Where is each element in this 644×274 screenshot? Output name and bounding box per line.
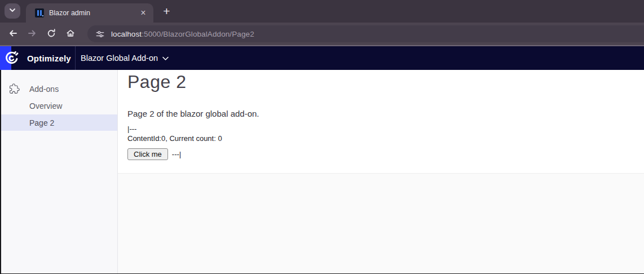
browser-window: Blazor admin × + (0, 0, 644, 274)
browser-toolbar: localhost:5000/BlazorGlobalAddon/Page2 (0, 23, 644, 46)
app-switcher-dropdown[interactable]: Blazor Global Add-on (81, 46, 169, 70)
marker-top: |--- (127, 124, 644, 134)
page-description: Page 2 of the blazor global add-on. (127, 108, 644, 120)
arrow-right-icon (27, 28, 38, 41)
sidebar-item-label: Add-ons (29, 85, 59, 94)
arrow-left-icon (7, 28, 19, 41)
brand-name: Optimizely (27, 46, 71, 70)
home-button[interactable] (61, 24, 80, 43)
sidebar-item-label: Overview (29, 101, 62, 111)
reload-button[interactable] (42, 24, 61, 43)
tab-search-button[interactable] (5, 3, 20, 19)
site-settings-icon[interactable] (93, 27, 107, 41)
url-path: :5000/BlazorGlobalAddon/Page2 (142, 30, 254, 38)
main-content: Page 2 Page 2 of the blazor global add-o… (118, 70, 644, 274)
home-icon (65, 28, 76, 41)
window-left-edge (0, 70, 1, 274)
chevron-down-icon (7, 5, 17, 17)
refresh-icon (46, 28, 57, 41)
page-content: Page 2 Page 2 of the blazor global add-o… (118, 70, 644, 173)
address-bar[interactable]: localhost:5000/BlazorGlobalAddon/Page2 (87, 25, 644, 42)
tab-title: Blazor admin (49, 9, 138, 17)
tab-strip: Blazor admin × + (0, 0, 644, 23)
button-row: Click me ---| (127, 148, 644, 160)
blazor-admin-favicon-icon (35, 8, 44, 17)
app-body: Add-ons Overview Page 2 Page 2 Page 2 of… (0, 70, 644, 274)
click-me-button[interactable]: Click me (127, 148, 168, 160)
sidebar-item-overview[interactable]: Overview (0, 98, 117, 114)
app-title: Blazor Global Add-on (81, 54, 158, 63)
new-tab-button[interactable]: + (159, 3, 174, 19)
sidebar-item-add-ons[interactable]: Add-ons (0, 81, 117, 97)
header-divider (75, 46, 76, 70)
url-host: localhost (111, 30, 142, 38)
sidebar: Add-ons Overview Page 2 (0, 70, 118, 274)
optimizely-logo-icon (4, 50, 20, 66)
tab-close-icon[interactable]: × (138, 7, 149, 19)
page-title: Page 2 (127, 72, 644, 92)
app-header: Optimizely Blazor Global Add-on (0, 46, 644, 70)
chevron-down-icon (162, 54, 169, 63)
forward-button[interactable] (23, 24, 42, 43)
sidebar-item-label: Page 2 (29, 118, 54, 127)
browser-tab-blazor-admin[interactable]: Blazor admin × (26, 3, 153, 23)
sidebar-item-page-2[interactable]: Page 2 (0, 114, 117, 131)
content-footer-area (118, 173, 644, 274)
status-line: ContentId:0, Current count: 0 (127, 134, 644, 143)
puzzle-icon (9, 83, 20, 94)
back-button[interactable] (3, 24, 23, 43)
url-text: localhost:5000/BlazorGlobalAddon/Page2 (111, 30, 254, 38)
marker-after-button: ---| (172, 149, 181, 159)
